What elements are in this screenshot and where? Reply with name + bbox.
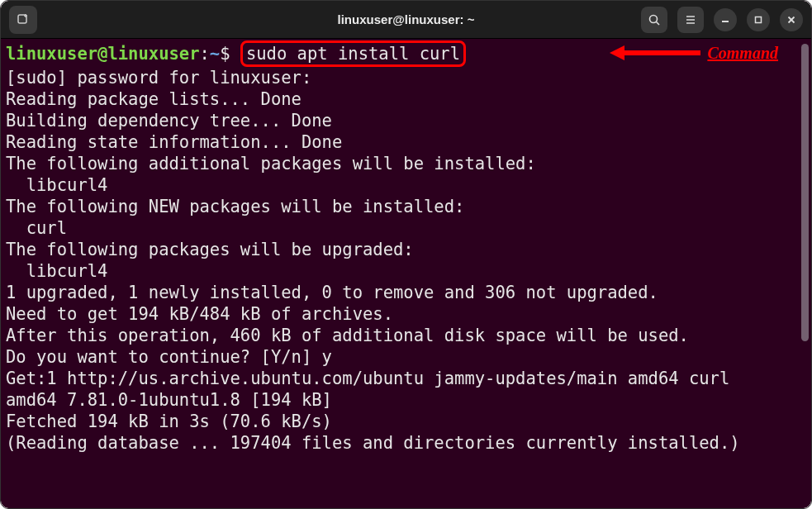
svg-point-3	[650, 15, 658, 22]
hamburger-menu-button[interactable]	[677, 7, 704, 33]
output-line: The following additional packages will b…	[6, 153, 806, 174]
scrollbar-thumb[interactable]	[801, 44, 809, 341]
hamburger-icon	[684, 13, 697, 26]
output-line: Do you want to continue? [Y/n] y	[6, 346, 806, 368]
terminal-body[interactable]: Command linuxuser@linuxuser:~$ sudo apt …	[1, 39, 811, 508]
minimize-icon	[720, 15, 730, 25]
search-button[interactable]	[641, 7, 667, 33]
output-line: (Reading database ... 197404 files and d…	[6, 432, 806, 454]
output-line: After this operation, 460 kB of addition…	[6, 325, 806, 346]
output-line: libcurl4	[6, 174, 806, 196]
prompt-path: ~	[210, 44, 220, 64]
titlebar-right	[641, 7, 803, 33]
terminal-window: linuxuser@linuxuser: ~	[1, 1, 811, 508]
prompt-colon: :	[200, 44, 210, 64]
maximize-button[interactable]	[747, 8, 770, 31]
output-line: [sudo] password for linuxuser:	[6, 67, 806, 88]
output-line: Fetched 194 kB in 3s (70.6 kB/s)	[6, 411, 806, 432]
prompt-line: linuxuser@linuxuser:~$ sudo apt install …	[6, 42, 806, 67]
svg-rect-9	[756, 17, 762, 22]
output-line: libcurl4	[6, 260, 806, 282]
output-line: 1 upgraded, 1 newly installed, 0 to remo…	[6, 282, 806, 303]
close-button[interactable]	[780, 8, 803, 31]
search-icon	[648, 13, 661, 26]
command-text: sudo apt install curl	[246, 44, 460, 64]
minimize-button[interactable]	[714, 8, 737, 31]
svg-line-4	[657, 21, 660, 25]
output-line: amd64 7.81.0-1ubuntu1.8 [194 kB]	[6, 389, 806, 411]
output-line: Reading state information... Done	[6, 131, 806, 153]
prompt-dollar: $	[220, 44, 230, 64]
maximize-icon	[753, 15, 763, 25]
prompt-userhost: linuxuser@linuxuser	[6, 44, 200, 64]
output-line: The following NEW packages will be insta…	[6, 196, 806, 217]
output-line: Building dependency tree... Done	[6, 110, 806, 131]
new-tab-button[interactable]	[9, 6, 37, 34]
titlebar: linuxuser@linuxuser: ~	[1, 1, 811, 39]
output-line: Reading package lists... Done	[6, 88, 806, 110]
close-icon	[786, 15, 796, 25]
output-line: Get:1 http://us.archive.ubuntu.com/ubunt…	[6, 368, 806, 389]
new-tab-icon	[17, 13, 30, 26]
command-highlight: sudo apt install curl	[240, 40, 466, 67]
output-line: The following packages will be upgraded:	[6, 239, 806, 260]
output-line: Need to get 194 kB/484 kB of archives.	[6, 303, 806, 325]
output-line: curl	[6, 217, 806, 239]
